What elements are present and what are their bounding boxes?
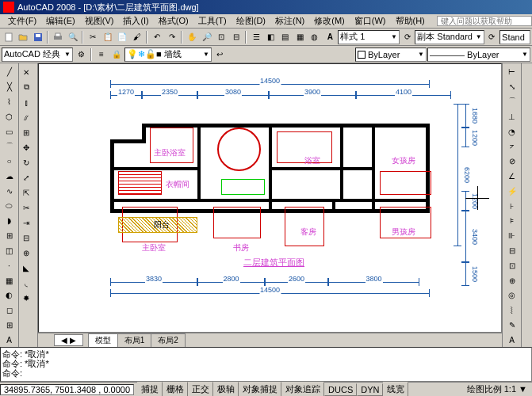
- ws-settings-icon[interactable]: ⚙: [74, 48, 88, 62]
- offset-icon[interactable]: ⫽: [19, 110, 33, 124]
- tab-layout2[interactable]: 布局2: [151, 333, 186, 348]
- circle-icon[interactable]: ○: [2, 154, 17, 169]
- menu-window[interactable]: 窗口(W): [350, 14, 391, 28]
- mtext-icon[interactable]: A: [2, 333, 17, 347]
- dim-ord-icon[interactable]: ⊥: [505, 109, 519, 124]
- ellipse-icon[interactable]: ⬭: [2, 199, 17, 213]
- dim-linear-icon[interactable]: ⊢: [505, 65, 519, 79]
- pan-icon[interactable]: ✋: [185, 30, 198, 44]
- dimtedit-icon[interactable]: A: [505, 333, 519, 347]
- sheetset-icon[interactable]: ▦: [293, 30, 307, 44]
- drawing-canvas[interactable]: 14500 1270 2350 3080 3900 4100 1680 1200…: [38, 63, 502, 333]
- ellipse-arc-icon[interactable]: ◗: [2, 214, 17, 228]
- break-icon[interactable]: ⊟: [19, 230, 33, 245]
- refresh-icon[interactable]: ⟳: [400, 30, 414, 44]
- spline-icon[interactable]: ∿: [2, 184, 17, 198]
- designcenter-icon[interactable]: ◧: [264, 30, 277, 44]
- xline-icon[interactable]: ╳: [2, 80, 17, 94]
- jogline-icon[interactable]: ⦚: [505, 303, 519, 318]
- center-icon[interactable]: ⊕: [505, 273, 519, 287]
- linetype-combo[interactable]: ———— ByLayer▼: [427, 48, 530, 62]
- zoom-window-icon[interactable]: ⊡: [214, 30, 228, 44]
- dim-break-icon[interactable]: ⊟: [505, 244, 519, 258]
- lwt-toggle[interactable]: 线宽: [383, 382, 408, 396]
- paste-icon[interactable]: 📄: [115, 30, 128, 44]
- line-icon[interactable]: ╱: [2, 65, 17, 79]
- ducs-toggle[interactable]: DUCS: [324, 383, 357, 396]
- array-icon[interactable]: ⊞: [19, 125, 33, 139]
- rectangle-icon[interactable]: ▭: [2, 124, 17, 139]
- layer-combo[interactable]: 💡❄🔓 ■ 墙线▼: [124, 48, 212, 62]
- pline-icon[interactable]: ⌇: [2, 95, 17, 109]
- menu-file[interactable]: 文件(F): [3, 14, 41, 28]
- tolerance-icon[interactable]: ⊡: [505, 258, 519, 272]
- copy-obj-icon[interactable]: ⧉: [19, 80, 33, 94]
- revcloud-icon[interactable]: ☁: [2, 169, 17, 184]
- command-window[interactable]: 命令: *取消* 命令: *取消* 命令:: [0, 347, 532, 382]
- refresh2-icon[interactable]: ⟳: [485, 30, 499, 44]
- workspace-combo[interactable]: AutoCAD 经典▼: [2, 48, 73, 62]
- mirror-icon[interactable]: ⫿: [19, 95, 33, 109]
- dim-space-icon[interactable]: ⊪: [505, 229, 519, 243]
- cut-icon[interactable]: ✂: [86, 30, 99, 44]
- zoom-prev-icon[interactable]: ⊟: [229, 30, 243, 44]
- dim-aligned-icon[interactable]: ⤡: [505, 80, 519, 94]
- polygon-icon[interactable]: ⬡: [2, 109, 17, 124]
- dim-jog-icon[interactable]: ⦢: [505, 139, 519, 154]
- style-combo[interactable]: 样式 1▼: [338, 30, 400, 44]
- dim-base-icon[interactable]: ⊦: [505, 199, 519, 213]
- new-icon[interactable]: [2, 30, 15, 44]
- toolpalette-icon[interactable]: ▤: [278, 30, 292, 44]
- fillet-icon[interactable]: ◟: [19, 276, 33, 290]
- markup-icon[interactable]: ◍: [308, 30, 321, 44]
- menu-tools[interactable]: 工具(T): [193, 14, 232, 28]
- dim-rad-icon[interactable]: ◔: [505, 124, 519, 139]
- properties-icon[interactable]: ☰: [249, 30, 262, 44]
- textstyle-combo[interactable]: Stand: [499, 30, 530, 44]
- extend-icon[interactable]: ⇥: [19, 215, 33, 230]
- dim-ang-icon[interactable]: ∠: [505, 169, 519, 184]
- color-combo[interactable]: ByLayer▼: [355, 48, 427, 62]
- hatch-icon[interactable]: ▦: [2, 273, 17, 287]
- insert-icon[interactable]: ⊞: [2, 229, 17, 243]
- erase-icon[interactable]: ✕: [19, 65, 33, 79]
- dim-dia-icon[interactable]: ⊘: [505, 154, 519, 169]
- menu-edit[interactable]: 编辑(E): [41, 14, 80, 28]
- layer-prev-icon[interactable]: ↩: [212, 48, 227, 62]
- arc-icon[interactable]: ⌒: [2, 139, 17, 154]
- stretch-icon[interactable]: ⇱: [19, 185, 33, 200]
- zoom-icon[interactable]: 🔎: [200, 30, 213, 44]
- block-icon[interactable]: ◫: [2, 244, 17, 258]
- print-icon[interactable]: [51, 30, 64, 44]
- join-icon[interactable]: ⊕: [19, 246, 33, 260]
- menu-view[interactable]: 视图(V): [80, 14, 119, 28]
- menu-format[interactable]: 格式(O): [154, 14, 193, 28]
- dim-cont-icon[interactable]: ⊧: [505, 214, 519, 228]
- layer-lock-icon[interactable]: 🔒: [109, 48, 124, 62]
- undo-icon[interactable]: ↶: [150, 30, 163, 44]
- inspect-icon[interactable]: ◎: [505, 288, 519, 303]
- table-icon[interactable]: ⊞: [2, 318, 17, 333]
- tab-model[interactable]: 模型: [88, 333, 118, 348]
- dimedit-icon[interactable]: ✎: [505, 318, 519, 333]
- point-icon[interactable]: ·: [2, 258, 17, 272]
- region-icon[interactable]: ◻: [2, 303, 17, 318]
- dim-arc-icon[interactable]: ⌒: [505, 95, 519, 109]
- dyn-toggle[interactable]: DYN: [357, 383, 383, 396]
- menu-modify[interactable]: 修改(M): [309, 14, 350, 28]
- rotate-icon[interactable]: ↻: [19, 155, 33, 169]
- explode-icon[interactable]: ✸: [19, 291, 33, 305]
- menu-dimension[interactable]: 标注(N): [270, 14, 309, 28]
- text-a-icon[interactable]: A: [323, 30, 337, 44]
- move-icon[interactable]: ✥: [19, 140, 33, 154]
- chamfer-icon[interactable]: ◣: [19, 261, 33, 275]
- dim-quick-icon[interactable]: ⚡: [505, 184, 519, 198]
- ortho-toggle[interactable]: 正交: [188, 382, 213, 396]
- layer-mgr-icon[interactable]: ≡: [94, 48, 109, 62]
- scrollbar-v[interactable]: [521, 63, 532, 347]
- copy-icon[interactable]: 📋: [101, 30, 114, 44]
- otrack-toggle[interactable]: 对象追踪: [281, 382, 324, 396]
- match-icon[interactable]: 🖌: [130, 30, 144, 44]
- snap-toggle[interactable]: 捕捉: [137, 382, 163, 396]
- preview-icon[interactable]: 🔍: [66, 30, 79, 44]
